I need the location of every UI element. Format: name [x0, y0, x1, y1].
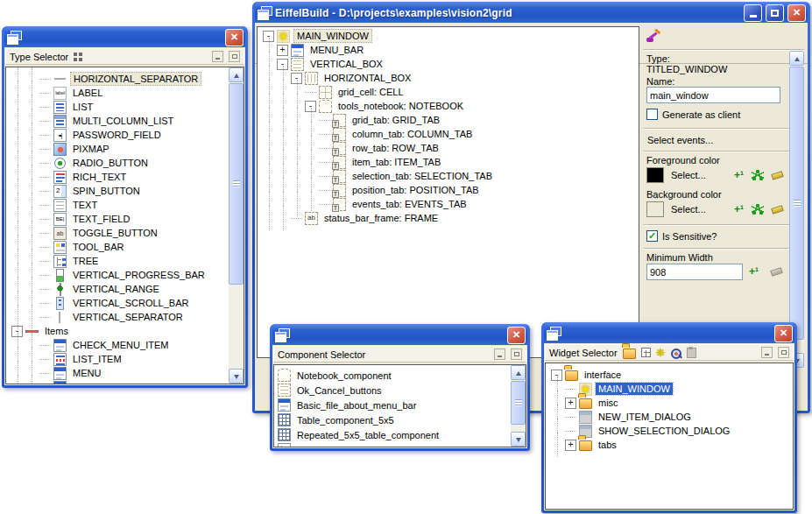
- panel-maximize-button[interactable]: [511, 349, 522, 360]
- type-row[interactable]: abTOGGLE_BUTTON: [6, 226, 244, 240]
- type-row[interactable]: TREE: [6, 254, 244, 268]
- scroll-up-button[interactable]: [511, 365, 526, 380]
- scroll-up-button[interactable]: [789, 51, 804, 66]
- type-row[interactable]: VERTICAL_SCROLL_BAR: [6, 296, 244, 310]
- type-row[interactable]: VERTICAL_RANGE: [6, 282, 244, 296]
- widget-row-interface[interactable]: - interface: [546, 368, 793, 382]
- type-row[interactable]: TEXT: [6, 198, 244, 212]
- panel-maximize-button[interactable]: [778, 347, 789, 358]
- type-row[interactable]: VERTICAL_SEPARATOR: [6, 310, 244, 324]
- new-widget-icon[interactable]: ✳: [656, 347, 665, 359]
- tree-row-column-tab[interactable]: T column_tab: COLUMN_TAB: [258, 127, 639, 141]
- component-row-partial[interactable]: Tree: [274, 442, 526, 447]
- select-events-link[interactable]: Select events...: [647, 135, 713, 145]
- title-bar[interactable]: ✕: [544, 322, 794, 343]
- panel-minimize-button[interactable]: [761, 347, 773, 358]
- background-swatch[interactable]: [646, 201, 664, 217]
- tree-row-item-tab[interactable]: T item_tab: ITEM_TAB: [258, 155, 639, 169]
- tree-row-horizontal-box[interactable]: - HORIZONTAL_BOX: [258, 71, 639, 85]
- title-bar[interactable]: EiffelBuild - D:\projects\examples\visio…: [255, 2, 808, 23]
- foreground-swatch[interactable]: [646, 167, 664, 183]
- generate-as-client-checkbox[interactable]: [646, 109, 658, 120]
- is-sensitive-row[interactable]: ✓ Is Sensitive?: [646, 230, 717, 242]
- component-row[interactable]: Repeated_5x5_table_component: [274, 427, 526, 442]
- type-row[interactable]: MULTI_COLUMN_LIST: [6, 114, 244, 128]
- title-bar[interactable]: ✕: [4, 26, 245, 47]
- bg-add-constant-button[interactable]: +¹: [734, 203, 744, 215]
- type-row[interactable]: TOOL_BAR: [6, 240, 244, 254]
- widget-row-new-item-dialog[interactable]: NEW_ITEM_DIALOG: [546, 410, 793, 424]
- component-list-scrollbar[interactable]: [511, 365, 526, 447]
- properties-scrollbar[interactable]: [789, 51, 804, 368]
- component-row[interactable]: Notebook_component: [274, 368, 526, 383]
- panel-maximize-button[interactable]: [229, 51, 240, 62]
- close-button[interactable]: ✕: [225, 29, 244, 46]
- tree-row-position-tab[interactable]: T position_tab: POSITION_TAB: [258, 183, 639, 197]
- foreground-select-button[interactable]: Select...: [671, 170, 706, 180]
- type-row[interactable]: VERTICAL_PROGRESS_BAR: [6, 268, 244, 282]
- tree-row-grid-cell[interactable]: grid_cell: CELL: [258, 85, 639, 99]
- expander[interactable]: +: [277, 45, 288, 56]
- maximize-button[interactable]: [766, 4, 784, 22]
- type-row[interactable]: RICH_TEXT: [6, 170, 244, 184]
- expand-all-icon[interactable]: [641, 348, 651, 357]
- bg-clear-eraser-icon[interactable]: [771, 205, 784, 215]
- title-bar[interactable]: ✕: [272, 324, 527, 345]
- scroll-thumb[interactable]: [789, 67, 804, 340]
- type-row-partial[interactable]: [6, 380, 244, 384]
- tree-row-status-bar-frame[interactable]: ab status_bar_frame: FRAME: [258, 211, 639, 225]
- minimize-button[interactable]: [744, 4, 762, 22]
- panel-header[interactable]: Widget Selector ✳: [545, 344, 794, 361]
- paste-widget-icon[interactable]: [687, 348, 696, 358]
- type-row[interactable]: MENU: [6, 366, 244, 380]
- type-row[interactable]: LIST_ITEM: [6, 352, 244, 366]
- widget-row-misc[interactable]: + misc: [546, 396, 793, 410]
- background-select-button[interactable]: Select...: [671, 204, 706, 215]
- component-row[interactable]: Ok_Cancel_buttons: [274, 383, 526, 398]
- type-row[interactable]: labelLABEL: [6, 86, 244, 100]
- minwidth-add-constant-button[interactable]: +¹: [749, 265, 759, 278]
- generate-as-client-row[interactable]: Generate as client: [646, 109, 740, 120]
- tree-row-tools-notebook[interactable]: - tools_notebook: NOTEBOOK: [258, 99, 639, 113]
- fg-add-constant-button[interactable]: +¹: [734, 169, 744, 181]
- component-row[interactable]: Table_component_5x5: [274, 412, 526, 427]
- type-row[interactable]: HORIZONTAL_SEPARATOR: [6, 72, 244, 86]
- type-row[interactable]: BE|TEXT_FIELD: [6, 212, 244, 226]
- panel-header[interactable]: Type Selector: [5, 48, 244, 65]
- scroll-up-button[interactable]: [229, 67, 244, 82]
- minimum-width-input[interactable]: [646, 264, 743, 280]
- type-row[interactable]: RADIO_BUTTON: [6, 156, 244, 170]
- tree-row-menu-bar[interactable]: + MENU_BAR: [258, 43, 639, 57]
- tree-row-events-tab[interactable]: T events_tab: EVENTS_TAB: [258, 197, 639, 211]
- search-icon[interactable]: [670, 348, 681, 358]
- tree-row-row-tab[interactable]: T row_tab: ROW_TAB: [258, 141, 639, 155]
- tree-row-main-window[interactable]: - ✳ MAIN_WINDOW: [258, 29, 639, 43]
- close-button[interactable]: ✕: [787, 4, 806, 22]
- expander[interactable]: +: [565, 398, 576, 409]
- type-row[interactable]: CHECK_MENU_ITEM: [6, 338, 244, 352]
- panel-header[interactable]: Component Selector: [273, 346, 526, 363]
- is-sensitive-checkbox[interactable]: ✓: [646, 230, 658, 242]
- type-row[interactable]: 2SPIN_BUTTON: [6, 184, 244, 198]
- type-row[interactable]: LIST: [6, 100, 244, 114]
- widget-row-tabs[interactable]: + tabs: [546, 438, 793, 452]
- fg-link-constant-icon[interactable]: [752, 169, 764, 181]
- panel-minimize-button[interactable]: [212, 51, 223, 62]
- new-folder-icon[interactable]: [623, 349, 636, 359]
- scroll-thumb[interactable]: [511, 381, 526, 425]
- bg-link-constant-icon[interactable]: [752, 203, 764, 215]
- scroll-down-button[interactable]: [511, 432, 526, 447]
- close-button[interactable]: ✕: [507, 327, 526, 344]
- close-button[interactable]: ✕: [774, 325, 793, 342]
- name-input[interactable]: [646, 87, 780, 103]
- tree-row-selection-tab[interactable]: T selection_tab: SELECTION_TAB: [258, 169, 639, 183]
- panel-minimize-button[interactable]: [494, 349, 505, 360]
- type-row[interactable]: PIXMAP: [6, 142, 244, 156]
- minwidth-clear-eraser-icon[interactable]: [770, 267, 783, 277]
- scroll-thumb[interactable]: [229, 83, 244, 285]
- type-row[interactable]: ••|PASSWORD_FIELD: [6, 128, 244, 142]
- component-row[interactable]: Basic_file_about_menu_bar: [274, 398, 526, 412]
- type-row-items[interactable]: -Items: [6, 324, 244, 338]
- tree-row-vertical-box[interactable]: - VERTICAL_BOX: [258, 57, 639, 71]
- type-list-scrollbar[interactable]: [229, 67, 244, 384]
